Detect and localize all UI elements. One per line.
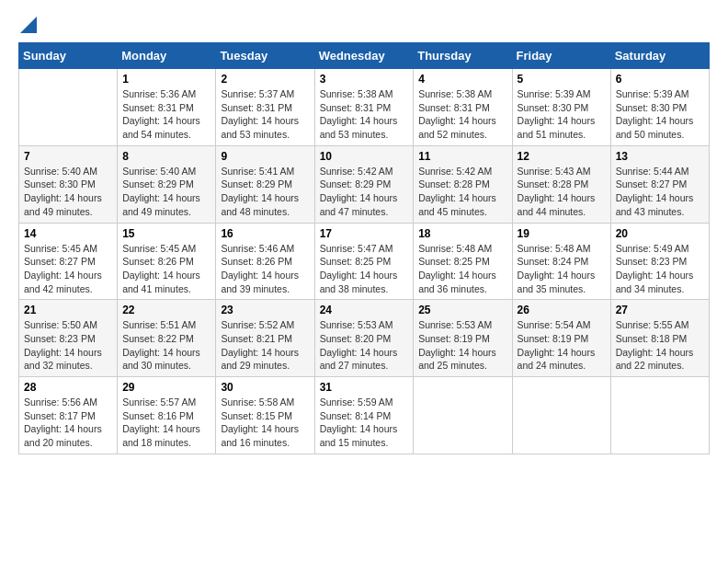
day-number: 5 — [518, 73, 606, 86]
day-number: 25 — [418, 304, 506, 316]
cell-sun-info: Sunrise: 5:40 AM Sunset: 8:29 PM Dayligh… — [122, 165, 210, 219]
calendar-cell: 9Sunrise: 5:41 AM Sunset: 8:29 PM Daylig… — [216, 145, 314, 223]
calendar-cell: 22Sunrise: 5:51 AM Sunset: 8:22 PM Dayli… — [118, 300, 216, 377]
logo — [18, 18, 37, 33]
day-number: 1 — [122, 73, 210, 86]
calendar-cell: 1Sunrise: 5:36 AM Sunset: 8:31 PM Daylig… — [118, 69, 216, 146]
cell-sun-info: Sunrise: 5:38 AM Sunset: 8:31 PM Dayligh… — [418, 87, 506, 142]
day-number: 19 — [518, 227, 606, 240]
day-of-week-header: Tuesday — [216, 43, 314, 69]
day-number: 18 — [418, 227, 506, 240]
day-of-week-header: Friday — [512, 43, 610, 69]
day-number: 6 — [616, 73, 704, 86]
calendar-cell: 25Sunrise: 5:53 AM Sunset: 8:19 PM Dayli… — [414, 300, 512, 377]
calendar-cell: 16Sunrise: 5:46 AM Sunset: 8:26 PM Dayli… — [216, 223, 314, 300]
calendar-cell: 15Sunrise: 5:45 AM Sunset: 8:26 PM Dayli… — [118, 223, 216, 300]
calendar-cell: 10Sunrise: 5:42 AM Sunset: 8:29 PM Dayli… — [314, 145, 414, 223]
calendar-cell: 29Sunrise: 5:57 AM Sunset: 8:16 PM Dayli… — [118, 377, 216, 454]
calendar-cell: 31Sunrise: 5:59 AM Sunset: 8:14 PM Dayli… — [314, 377, 414, 454]
cell-sun-info: Sunrise: 5:59 AM Sunset: 8:14 PM Dayligh… — [320, 396, 409, 450]
day-number: 23 — [221, 304, 309, 316]
calendar-cell: 27Sunrise: 5:55 AM Sunset: 8:18 PM Dayli… — [610, 300, 709, 377]
cell-sun-info: Sunrise: 5:45 AM Sunset: 8:27 PM Dayligh… — [24, 242, 112, 296]
day-number: 31 — [320, 381, 409, 394]
cell-sun-info: Sunrise: 5:55 AM Sunset: 8:18 PM Dayligh… — [616, 318, 704, 373]
cell-sun-info: Sunrise: 5:46 AM Sunset: 8:26 PM Dayligh… — [221, 242, 309, 296]
calendar-cell — [19, 69, 118, 146]
day-number: 8 — [122, 150, 210, 163]
cell-sun-info: Sunrise: 5:37 AM Sunset: 8:31 PM Dayligh… — [221, 87, 309, 142]
calendar-cell: 20Sunrise: 5:49 AM Sunset: 8:23 PM Dayli… — [610, 223, 709, 300]
cell-sun-info: Sunrise: 5:52 AM Sunset: 8:21 PM Dayligh… — [221, 318, 309, 373]
day-number: 24 — [320, 304, 409, 316]
day-number: 4 — [418, 73, 506, 86]
calendar-cell: 3Sunrise: 5:38 AM Sunset: 8:31 PM Daylig… — [314, 69, 414, 146]
svg-marker-0 — [20, 17, 37, 33]
cell-sun-info: Sunrise: 5:42 AM Sunset: 8:29 PM Dayligh… — [320, 165, 409, 219]
day-number: 11 — [418, 150, 506, 163]
calendar-cell: 11Sunrise: 5:42 AM Sunset: 8:28 PM Dayli… — [414, 145, 512, 223]
logo-arrow-icon — [20, 17, 37, 33]
calendar-cell: 26Sunrise: 5:54 AM Sunset: 8:19 PM Dayli… — [512, 300, 610, 377]
cell-sun-info: Sunrise: 5:36 AM Sunset: 8:31 PM Dayligh… — [122, 87, 210, 142]
calendar-cell: 2Sunrise: 5:37 AM Sunset: 8:31 PM Daylig… — [216, 69, 314, 146]
calendar-cell: 17Sunrise: 5:47 AM Sunset: 8:25 PM Dayli… — [314, 223, 414, 300]
cell-sun-info: Sunrise: 5:43 AM Sunset: 8:28 PM Dayligh… — [518, 165, 606, 219]
calendar-cell: 24Sunrise: 5:53 AM Sunset: 8:20 PM Dayli… — [314, 300, 414, 377]
cell-sun-info: Sunrise: 5:49 AM Sunset: 8:23 PM Dayligh… — [616, 242, 704, 296]
calendar-cell: 18Sunrise: 5:48 AM Sunset: 8:25 PM Dayli… — [414, 223, 512, 300]
cell-sun-info: Sunrise: 5:48 AM Sunset: 8:24 PM Dayligh… — [518, 242, 606, 296]
day-of-week-header: Wednesday — [314, 43, 414, 69]
day-number: 20 — [616, 227, 704, 240]
day-number: 2 — [221, 73, 309, 86]
day-of-week-header: Monday — [118, 43, 216, 69]
calendar-header-row: SundayMondayTuesdayWednesdayThursdayFrid… — [19, 43, 710, 69]
cell-sun-info: Sunrise: 5:48 AM Sunset: 8:25 PM Dayligh… — [418, 242, 506, 296]
page-header — [18, 18, 710, 33]
calendar-cell — [610, 377, 709, 454]
cell-sun-info: Sunrise: 5:47 AM Sunset: 8:25 PM Dayligh… — [320, 242, 409, 296]
calendar-cell: 6Sunrise: 5:39 AM Sunset: 8:30 PM Daylig… — [610, 69, 709, 146]
day-number: 9 — [221, 150, 309, 163]
cell-sun-info: Sunrise: 5:44 AM Sunset: 8:27 PM Dayligh… — [616, 165, 704, 219]
cell-sun-info: Sunrise: 5:40 AM Sunset: 8:30 PM Dayligh… — [24, 165, 112, 219]
day-number: 26 — [518, 304, 606, 316]
day-number: 14 — [24, 227, 112, 240]
day-number: 17 — [320, 227, 409, 240]
calendar-cell: 8Sunrise: 5:40 AM Sunset: 8:29 PM Daylig… — [118, 145, 216, 223]
day-of-week-header: Saturday — [610, 43, 709, 69]
cell-sun-info: Sunrise: 5:42 AM Sunset: 8:28 PM Dayligh… — [418, 165, 506, 219]
day-of-week-header: Thursday — [414, 43, 512, 69]
calendar-week-row: 7Sunrise: 5:40 AM Sunset: 8:30 PM Daylig… — [19, 145, 710, 223]
calendar-cell: 7Sunrise: 5:40 AM Sunset: 8:30 PM Daylig… — [19, 145, 118, 223]
day-number: 27 — [616, 304, 704, 316]
calendar-cell: 5Sunrise: 5:39 AM Sunset: 8:30 PM Daylig… — [512, 69, 610, 146]
day-number: 22 — [122, 304, 210, 316]
cell-sun-info: Sunrise: 5:53 AM Sunset: 8:19 PM Dayligh… — [418, 318, 506, 373]
calendar-cell: 14Sunrise: 5:45 AM Sunset: 8:27 PM Dayli… — [19, 223, 118, 300]
calendar-cell — [414, 377, 512, 454]
calendar-cell: 19Sunrise: 5:48 AM Sunset: 8:24 PM Dayli… — [512, 223, 610, 300]
calendar-cell: 4Sunrise: 5:38 AM Sunset: 8:31 PM Daylig… — [414, 69, 512, 146]
cell-sun-info: Sunrise: 5:53 AM Sunset: 8:20 PM Dayligh… — [320, 318, 409, 373]
calendar-cell: 21Sunrise: 5:50 AM Sunset: 8:23 PM Dayli… — [19, 300, 118, 377]
day-number: 10 — [320, 150, 409, 163]
cell-sun-info: Sunrise: 5:50 AM Sunset: 8:23 PM Dayligh… — [24, 318, 112, 373]
cell-sun-info: Sunrise: 5:56 AM Sunset: 8:17 PM Dayligh… — [24, 396, 112, 450]
calendar-week-row: 21Sunrise: 5:50 AM Sunset: 8:23 PM Dayli… — [19, 300, 710, 377]
calendar-table: SundayMondayTuesdayWednesdayThursdayFrid… — [18, 42, 710, 454]
day-number: 15 — [122, 227, 210, 240]
day-number: 16 — [221, 227, 309, 240]
cell-sun-info: Sunrise: 5:45 AM Sunset: 8:26 PM Dayligh… — [122, 242, 210, 296]
calendar-cell: 23Sunrise: 5:52 AM Sunset: 8:21 PM Dayli… — [216, 300, 314, 377]
day-number: 30 — [221, 381, 309, 394]
calendar-week-row: 28Sunrise: 5:56 AM Sunset: 8:17 PM Dayli… — [19, 377, 710, 454]
cell-sun-info: Sunrise: 5:39 AM Sunset: 8:30 PM Dayligh… — [616, 87, 704, 142]
cell-sun-info: Sunrise: 5:58 AM Sunset: 8:15 PM Dayligh… — [221, 396, 309, 450]
day-number: 28 — [24, 381, 112, 394]
cell-sun-info: Sunrise: 5:39 AM Sunset: 8:30 PM Dayligh… — [518, 87, 606, 142]
day-number: 13 — [616, 150, 704, 163]
day-number: 3 — [320, 73, 409, 86]
day-number: 12 — [518, 150, 606, 163]
calendar-cell — [512, 377, 610, 454]
